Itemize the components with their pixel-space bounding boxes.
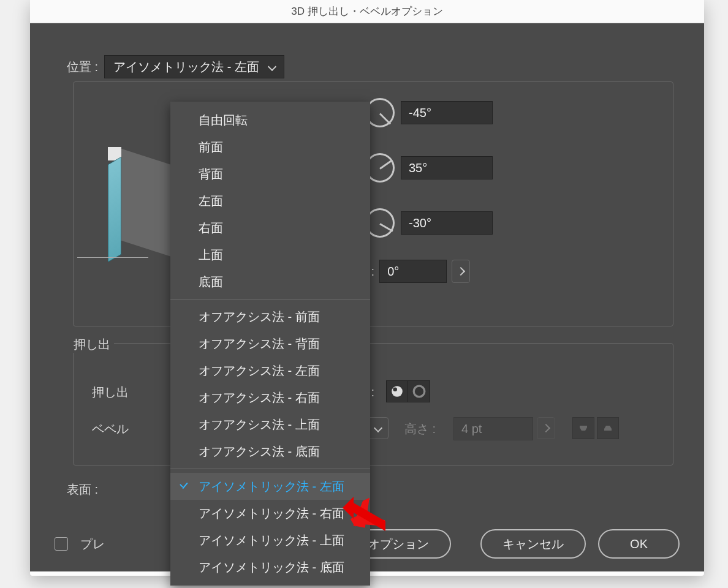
dialog-panel: 位置 : アイソメトリック法 - 左面	[30, 23, 704, 571]
svg-point-1	[393, 387, 397, 391]
menu-item[interactable]: アイソメトリック法 - 左面	[170, 473, 370, 500]
menu-item[interactable]: 底面	[170, 268, 370, 295]
menu-item-label: アイソメトリック法 - 底面	[199, 559, 344, 576]
menu-item[interactable]: アイソメトリック法 - 上面	[170, 527, 370, 554]
rotation-group: 近感 :	[73, 81, 673, 326]
annotation-arrow-icon	[343, 497, 385, 534]
menu-item[interactable]: オフアクシス法 - 底面	[170, 438, 370, 465]
menu-item[interactable]: 前面	[170, 134, 370, 160]
menu-item-label: 右面	[199, 220, 223, 236]
menu-item-label: 前面	[199, 139, 223, 156]
chevron-down-icon	[268, 62, 276, 71]
chevron-down-icon	[374, 424, 382, 432]
position-label: 位置 :	[67, 59, 98, 75]
chevron-right-icon	[542, 424, 550, 432]
bevel-label: ベベル	[92, 421, 129, 437]
menu-item[interactable]: アイソメトリック法 - 底面	[170, 554, 370, 581]
menu-item-label: アイソメトリック法 - 右面	[199, 505, 344, 522]
ok-button[interactable]: OK	[598, 529, 680, 559]
surface-label: 表面 :	[67, 481, 98, 498]
perspective-field[interactable]	[379, 260, 447, 283]
menu-item[interactable]: 左面	[170, 187, 370, 214]
menu-item-label: 底面	[199, 274, 223, 290]
cap-on-icon[interactable]	[386, 380, 408, 402]
position-menu[interactable]: 自由回転前面背面左面右面上面底面オフアクシス法 - 前面オフアクシス法 - 背面…	[170, 102, 370, 586]
menu-item[interactable]: オフアクシス法 - 左面	[170, 357, 370, 384]
position-select[interactable]: アイソメトリック法 - 左面	[104, 55, 284, 78]
menu-item-label: アイソメトリック法 - 左面	[199, 478, 344, 495]
rotate-x-field[interactable]	[401, 101, 493, 124]
menu-item[interactable]: オフアクシス法 - 背面	[170, 330, 370, 357]
bevel-height-field	[453, 417, 533, 440]
chevron-right-icon	[457, 267, 465, 276]
menu-item-label: オフアクシス法 - 上面	[199, 417, 320, 433]
menu-item-label: 自由回転	[199, 112, 248, 129]
menu-item[interactable]: オフアクシス法 - 前面	[170, 303, 370, 330]
perspective-stepper[interactable]	[452, 260, 470, 283]
dialog-window: 3D 押し出し・ベベルオプション 位置 : アイソメトリック法 - 左面	[30, 0, 704, 576]
cap-off-icon[interactable]	[408, 380, 430, 402]
cap-toggle[interactable]	[386, 380, 430, 402]
bevel-extent-in-icon	[597, 417, 619, 439]
menu-item[interactable]: 上面	[170, 241, 370, 268]
preview-label: プレ	[80, 536, 105, 552]
menu-item-label: オフアクシス法 - 底面	[199, 443, 320, 460]
svg-point-0	[392, 386, 403, 397]
menu-item-label: オフアクシス法 - 右面	[199, 390, 320, 406]
bevel-shape-select[interactable]	[368, 417, 389, 439]
cancel-button[interactable]: キャンセル	[480, 529, 586, 559]
menu-item[interactable]: オフアクシス法 - 上面	[170, 411, 370, 438]
menu-item-label: オフアクシス法 - 前面	[199, 309, 320, 325]
menu-item[interactable]: アイソメトリック法 - 右面	[170, 500, 370, 527]
svg-point-2	[414, 386, 425, 397]
menu-item[interactable]: 背面	[170, 160, 370, 187]
extrude-section-label: 押し出	[70, 336, 114, 353]
preview-checkbox[interactable]	[55, 537, 68, 551]
bevel-height-stepper	[537, 417, 555, 439]
menu-item[interactable]: 自由回転	[170, 107, 370, 134]
extrude-bevel-group: 押し出 押し出 タ : ベベル 高さ :	[73, 343, 673, 466]
menu-item-label: 上面	[199, 247, 223, 263]
rotate-z-field[interactable]	[401, 211, 493, 235]
rotate-y-field[interactable]	[401, 156, 493, 179]
orientation-cube[interactable]	[108, 160, 172, 265]
svg-marker-5	[343, 497, 385, 531]
bevel-height-label: 高さ :	[404, 421, 436, 437]
menu-separator	[170, 469, 370, 469]
dialog-title: 3D 押し出し・ベベルオプション	[30, 0, 704, 23]
menu-item[interactable]: 右面	[170, 214, 370, 241]
menu-item-label: アイソメトリック法 - 上面	[199, 532, 344, 549]
menu-item-label: 背面	[199, 166, 223, 183]
menu-item[interactable]: オフアクシス法 - 右面	[170, 384, 370, 411]
menu-item-label: オフアクシス法 - 背面	[199, 336, 320, 352]
check-icon	[178, 480, 190, 492]
menu-separator	[170, 299, 370, 300]
extrude-depth-label: 押し出	[92, 384, 129, 401]
position-select-value: アイソメトリック法 - 左面	[113, 59, 259, 75]
bevel-extent-out-icon	[572, 417, 594, 439]
ok-label: OK	[630, 537, 648, 551]
menu-item-label: 左面	[199, 193, 223, 209]
menu-item-label: オフアクシス法 - 左面	[199, 363, 320, 379]
cancel-label: キャンセル	[502, 536, 564, 552]
